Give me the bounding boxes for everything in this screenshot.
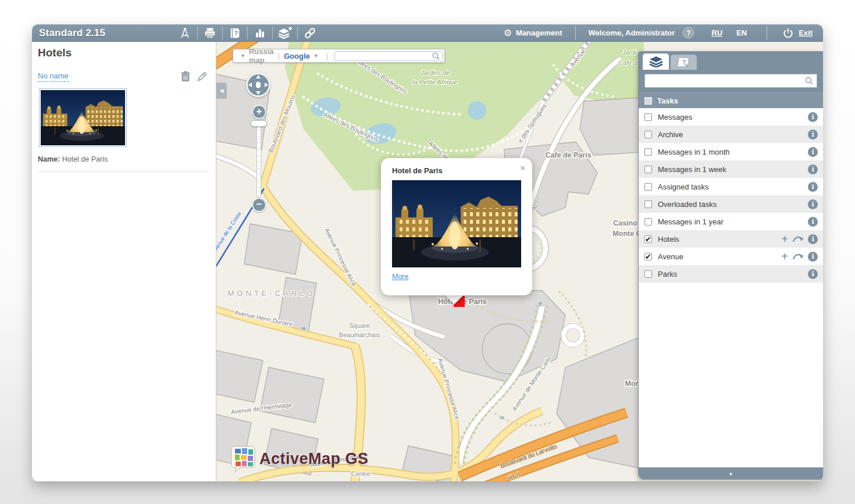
object-panel: Hotels No name	[32, 42, 216, 481]
edit-icon[interactable]	[197, 71, 208, 82]
info-icon[interactable]: i	[808, 112, 818, 122]
layer-checkbox[interactable]	[644, 148, 652, 156]
popup-close-icon[interactable]: ×	[520, 163, 525, 173]
lang-ru-button[interactable]: RU	[711, 28, 722, 37]
map-label: Jardins de	[420, 69, 450, 76]
info-icon[interactable]: i	[808, 252, 818, 262]
info-icon[interactable]: i	[808, 130, 818, 140]
map-search-input[interactable]	[335, 52, 430, 60]
task-row[interactable]: Overloaded tasksi	[639, 195, 823, 213]
map-label: Jardi	[622, 49, 636, 56]
help-book-icon[interactable]: ?	[225, 26, 245, 40]
layer-checkbox[interactable]	[644, 218, 652, 226]
collapse-up-icon: ▲	[729, 471, 733, 476]
map-search-box	[334, 51, 443, 61]
layer-label: Messages in 1 year	[658, 217, 808, 226]
layer-checkbox[interactable]	[644, 131, 652, 138]
tasks-group-header[interactable]: Tasks	[639, 92, 823, 108]
exit-button[interactable]: Exit	[782, 27, 813, 39]
task-row[interactable]: ✔Hotels+i	[639, 230, 823, 248]
divider	[38, 171, 209, 172]
layer-checkbox[interactable]: ✔	[644, 253, 652, 260]
tab-layers[interactable]	[643, 53, 669, 70]
app-title: Standard 2.15	[39, 27, 105, 39]
map-canvas[interactable]: Jardins dela Petite AfriqueAllées des Bo…	[216, 42, 823, 481]
info-icon[interactable]: i	[808, 147, 818, 157]
popup-more-link[interactable]: More	[392, 273, 408, 281]
exit-label: Exit	[799, 28, 813, 37]
layer-checkbox[interactable]	[644, 270, 652, 278]
search-icon[interactable]	[432, 52, 440, 60]
task-row[interactable]: Messages in 1 monthi	[639, 143, 823, 160]
help-badge[interactable]: ?	[683, 27, 694, 38]
zoom-out-button[interactable]: −	[252, 198, 266, 212]
pan-right-icon[interactable]	[265, 83, 268, 87]
object-name-row: Name: Hotel de Paris	[38, 155, 210, 163]
main-toolbar: Standard 2.15 ?	[32, 24, 823, 42]
layer-checkbox[interactable]	[644, 201, 652, 208]
pan-control[interactable]	[246, 73, 270, 97]
link-icon[interactable]	[300, 26, 320, 40]
management-button[interactable]: ⚙ Management	[504, 28, 562, 38]
task-row[interactable]: ✔Avenue+i	[639, 248, 823, 265]
add-layer-icon[interactable]	[275, 26, 295, 40]
task-row[interactable]: Messages in 1 yeari	[639, 213, 823, 230]
layer-checkbox[interactable]	[644, 183, 652, 191]
delete-icon[interactable]	[180, 71, 191, 83]
lang-en-button[interactable]: EN	[736, 28, 747, 37]
pan-up-icon[interactable]	[256, 75, 261, 78]
zoom-in-button[interactable]: +	[252, 105, 266, 119]
provider-label[interactable]: Google	[284, 52, 310, 60]
task-row[interactable]: Parksi	[639, 265, 823, 283]
layer-label: Messages	[658, 113, 808, 121]
info-icon[interactable]: i	[808, 165, 818, 174]
info-icon[interactable]: i	[808, 217, 818, 227]
object-photo-thumbnail[interactable]	[39, 88, 127, 147]
panel-collapse-footer[interactable]: ▲	[639, 467, 823, 479]
gear-icon: ⚙	[504, 28, 512, 38]
task-row[interactable]: Archivei	[639, 126, 823, 143]
object-link[interactable]: No name	[38, 72, 69, 82]
layer-label: Messages in 1 week	[658, 165, 808, 174]
add-feature-icon[interactable]: +	[781, 234, 788, 244]
provider-dropdown-icon[interactable]: ▼	[314, 53, 319, 59]
print-icon[interactable]	[200, 26, 220, 40]
task-row[interactable]: Messagesi	[639, 108, 823, 126]
basemap-label[interactable]: Russia map	[249, 47, 274, 65]
map-provider-bar: ▼ Russia map | Google ▼ |	[233, 49, 445, 63]
search-icon[interactable]	[804, 76, 814, 85]
layer-label: Hotels	[658, 235, 781, 244]
layer-checkbox[interactable]	[644, 166, 652, 173]
info-icon[interactable]: i	[808, 269, 818, 279]
zoom-slider-handle[interactable]	[251, 120, 267, 127]
layer-checkbox[interactable]: ✔	[644, 235, 652, 243]
info-icon[interactable]: i	[808, 182, 818, 192]
curved-arrow-icon[interactable]	[792, 235, 804, 243]
statistics-icon[interactable]	[250, 26, 270, 40]
tasks-group-checkbox[interactable]	[644, 97, 652, 105]
map-label: la Petite Afrique	[412, 78, 457, 85]
tab-legend[interactable]: ?	[671, 55, 697, 70]
management-label: Management	[516, 28, 562, 37]
zoom-slider-track[interactable]	[256, 123, 261, 198]
info-icon[interactable]: i	[808, 199, 818, 209]
layers-search-input[interactable]	[648, 74, 804, 87]
layer-label: Archive	[658, 130, 808, 139]
map-label: Square	[349, 322, 369, 329]
collapse-panel-tab[interactable]: ◀	[216, 83, 227, 99]
map-label: Cafe de Paris	[545, 151, 591, 159]
pan-left-icon[interactable]	[248, 83, 252, 87]
task-row[interactable]: Messages in 1 weeki	[639, 160, 823, 178]
layer-label: Overloaded tasks	[658, 200, 808, 209]
measure-tool-icon[interactable]	[175, 26, 195, 40]
basemap-dropdown-icon[interactable]: ▼	[240, 53, 245, 59]
task-row[interactable]: Assigned tasksi	[639, 178, 823, 195]
name-value: Hotel de Paris	[62, 155, 108, 163]
layer-checkbox[interactable]	[644, 113, 652, 121]
pan-down-icon[interactable]	[256, 91, 261, 95]
info-icon[interactable]: i	[808, 234, 818, 244]
legend-icon: ?	[678, 57, 690, 67]
curved-arrow-icon[interactable]	[792, 252, 804, 260]
layers-panel-header: ?	[639, 51, 823, 92]
add-feature-icon[interactable]: +	[781, 252, 788, 261]
